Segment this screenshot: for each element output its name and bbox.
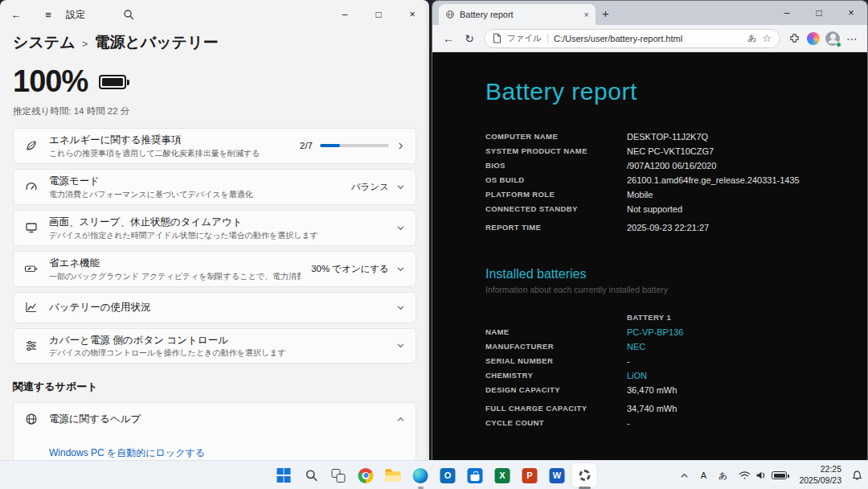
taskbar-word-button[interactable]: W bbox=[545, 463, 570, 487]
chevron-down-icon[interactable] bbox=[396, 224, 405, 232]
table-row: SYSTEM PRODUCT NAMENEC PC-VKT10CZG7 bbox=[485, 144, 867, 158]
notification-bell-icon[interactable] bbox=[849, 464, 865, 487]
chevron-right-icon[interactable] bbox=[396, 142, 405, 150]
card-lid-power-controls[interactable]: カバーと電源 側のボタン コントロール デバイスの物理コントロールを操作したとき… bbox=[13, 328, 416, 364]
task-view-icon bbox=[332, 469, 346, 483]
refresh-icon[interactable]: ↻ bbox=[460, 29, 479, 48]
chevron-down-icon[interactable] bbox=[396, 303, 405, 312]
ime-latin-indicator[interactable]: A bbox=[695, 464, 711, 487]
profile-avatar[interactable] bbox=[824, 30, 841, 47]
new-tab-button[interactable]: + bbox=[602, 6, 609, 20]
card-screen-sleep-timeouts[interactable]: 画面、スリープ、休止状態のタイムアウト デバイスが指定された時間アイドル状態にな… bbox=[13, 210, 416, 246]
card-subtitle: デバイスが指定された時間アイドル状態になった場合の動作を選択します bbox=[49, 230, 386, 240]
power-help-header[interactable]: 電源に関するヘルプ bbox=[14, 403, 416, 435]
settings-app-title: 設定 bbox=[66, 8, 85, 22]
row-value: 2025-09-23 22:21:27 bbox=[627, 220, 709, 235]
windows-logo-icon bbox=[276, 468, 291, 483]
taskbar-outlook-button[interactable]: O bbox=[436, 463, 461, 487]
tray-date: 2025/09/23 bbox=[799, 475, 841, 487]
card-text: エネルギーに関する推奨事項 これらの推奨事項を適用して二酸化炭素排出量を削減する bbox=[49, 134, 289, 158]
word-icon: W bbox=[550, 468, 565, 483]
card-energy-saver[interactable]: 省エネ機能 一部のバックグラウンド アクティビティを制限することで、電力消費を削… bbox=[13, 251, 416, 287]
settings-window: ← ≡ 設定 – □ × システム > 電源とバッテリー 100% 推定残り時間… bbox=[0, 0, 429, 460]
card-controls: 2/7 bbox=[300, 141, 405, 150]
tab-close-icon[interactable]: × bbox=[584, 10, 589, 19]
taskbar-start-button[interactable] bbox=[272, 463, 297, 487]
recommendations-progress-bar bbox=[320, 144, 389, 147]
card-power-mode[interactable]: 電源モード 電力消費とパフォーマンスに基づいてデバイスを最適化 バランス bbox=[13, 169, 416, 205]
taskbar-edge-button[interactable] bbox=[408, 463, 433, 487]
card-subtitle: これらの推奨事項を適用して二酸化炭素排出量を削減する bbox=[49, 148, 289, 158]
settings-content: システム > 電源とバッテリー 100% 推定残り時間: 14 時間 22 分 … bbox=[0, 29, 429, 460]
browser-back-icon[interactable]: ← bbox=[439, 29, 458, 48]
row-label: FULL CHARGE CAPACITY bbox=[485, 401, 627, 416]
browser-tab[interactable]: Battery report × bbox=[439, 4, 596, 25]
close-button[interactable]: × bbox=[835, 1, 867, 25]
settings-titlebar: ← ≡ 設定 – □ × bbox=[0, 0, 429, 29]
close-button[interactable]: × bbox=[395, 0, 429, 29]
row-label: NAME bbox=[485, 325, 627, 339]
table-row: NAMEPC-VP-BP136 bbox=[485, 325, 867, 339]
battery-saver-icon bbox=[24, 262, 39, 275]
chevron-down-icon[interactable] bbox=[396, 183, 405, 191]
table-row: REPORT TIME2025-09-23 22:21:27 bbox=[485, 220, 867, 235]
card-battery-usage[interactable]: バッテリーの使用状況 bbox=[13, 292, 416, 323]
edge-tabstrip: Battery report × + – □ × bbox=[432, 1, 867, 25]
table-row: FULL CHARGE CAPACITY34,740 mWh bbox=[485, 401, 867, 416]
taskbar-search-button[interactable] bbox=[299, 463, 324, 487]
help-link-auto-lock[interactable]: Windows PC を自動的にロックする bbox=[49, 446, 416, 460]
ime-kana-indicator[interactable]: あ bbox=[714, 464, 731, 487]
card-text: 省エネ機能 一部のバックグラウンド アクティビティを制限することで、電力消費を削… bbox=[49, 257, 301, 281]
search-icon[interactable] bbox=[113, 0, 145, 29]
battery-report: Battery report COMPUTER NAMEDESKTOP-11J2… bbox=[432, 52, 867, 430]
chevron-down-icon[interactable] bbox=[396, 341, 405, 350]
breadcrumb: システム > 電源とバッテリー bbox=[13, 32, 416, 53]
card-title: 画面、スリープ、休止状態のタイムアウト bbox=[49, 216, 386, 229]
taskbar-file-explorer-button[interactable] bbox=[381, 463, 406, 487]
taskbar-settings-button[interactable] bbox=[572, 463, 597, 487]
taskbar-store-button[interactable] bbox=[463, 463, 488, 487]
taskbar-excel-button[interactable]: X bbox=[490, 463, 515, 487]
row-value: Not supported bbox=[627, 202, 682, 216]
chart-icon bbox=[24, 301, 39, 314]
translate-icon[interactable]: あ bbox=[747, 32, 756, 44]
tab-favicon-globe-icon bbox=[445, 10, 455, 19]
minimize-button[interactable]: – bbox=[771, 1, 803, 25]
more-menu-icon[interactable]: ⋯ bbox=[843, 30, 861, 47]
battery-table: BATTERY 1 NAMEPC-VP-BP136 MANUFACTURERNE… bbox=[485, 310, 867, 430]
row-value: LiON bbox=[627, 368, 647, 383]
tray-network-volume-battery[interactable] bbox=[734, 464, 792, 487]
taskbar-task-view-button[interactable] bbox=[326, 463, 351, 487]
search-icon bbox=[305, 469, 317, 482]
extensions-icon[interactable] bbox=[785, 30, 803, 47]
report-title: Battery report bbox=[485, 78, 867, 105]
progress-fill bbox=[320, 144, 340, 147]
card-energy-recommendations[interactable]: エネルギーに関する推奨事項 これらの推奨事項を適用して二酸化炭素排出量を削減する… bbox=[13, 128, 416, 164]
copilot-icon[interactable] bbox=[805, 30, 822, 47]
taskbar-powerpoint-button[interactable]: P bbox=[518, 463, 542, 487]
battery-icon bbox=[99, 75, 126, 89]
battery-status: 100% bbox=[13, 64, 416, 99]
breadcrumb-system[interactable]: システム bbox=[13, 32, 76, 53]
table-row: OS BUILD26100.1.amd64fre.ge_release.2403… bbox=[485, 173, 867, 187]
energy-saver-value: 30% でオンにする bbox=[311, 263, 389, 275]
favorite-star-icon[interactable]: ☆ bbox=[762, 32, 772, 44]
chrome-icon bbox=[358, 468, 374, 483]
taskbar-chrome-button[interactable] bbox=[354, 463, 379, 487]
row-value: 36,470 mWh bbox=[627, 383, 677, 397]
address-bar[interactable]: ファイル C:/Users/user/battery-report.html あ… bbox=[484, 29, 780, 48]
chevron-down-icon[interactable] bbox=[396, 265, 405, 273]
store-icon bbox=[468, 468, 483, 483]
maximize-button[interactable]: □ bbox=[803, 1, 835, 25]
card-controls bbox=[396, 415, 405, 424]
taskbar-clock[interactable]: 22:25 2025/09/23 bbox=[795, 464, 845, 486]
card-power-help: 電源に関するヘルプ Windows PC を自動的にロックする bbox=[13, 402, 416, 460]
card-title: 省エネ機能 bbox=[49, 257, 301, 270]
menu-icon[interactable]: ≡ bbox=[32, 0, 64, 29]
chevron-up-icon[interactable] bbox=[396, 415, 405, 424]
maximize-button[interactable]: □ bbox=[362, 0, 395, 29]
back-icon[interactable]: ← bbox=[0, 0, 32, 29]
tray-hidden-icons-button[interactable] bbox=[676, 464, 692, 487]
taskbar-apps: O X P W bbox=[272, 461, 597, 489]
minimize-button[interactable]: – bbox=[328, 0, 362, 29]
